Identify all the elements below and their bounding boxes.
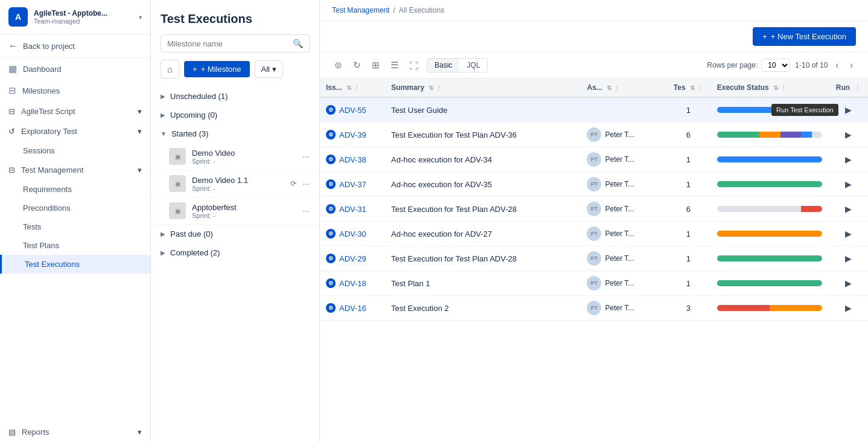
sprint-more-icon[interactable]: ··· bbox=[302, 179, 310, 188]
issue-link[interactable]: ⚙ ADV-39 bbox=[326, 130, 379, 139]
section-unscheduled[interactable]: ▶ Unscheduled (1) bbox=[151, 87, 319, 106]
summary-cell: Ad-hoc execution for ADV-27 bbox=[385, 222, 581, 246]
issue-icon: ⚙ bbox=[326, 278, 336, 288]
tests-cell: 6 bbox=[666, 123, 711, 147]
started-arrow-icon: ▼ bbox=[161, 130, 167, 137]
sprint-more-icon[interactable]: ··· bbox=[302, 152, 310, 161]
run-test-execution-button[interactable]: ▶ bbox=[840, 226, 857, 241]
view-mode-toggle: Basic JQL bbox=[427, 58, 488, 72]
project-chevron-icon: ▾ bbox=[139, 14, 142, 21]
back-to-project-btn[interactable]: ← Back to project bbox=[0, 34, 150, 58]
sprint-item-demo-video-1-1[interactable]: ▣ Demo Video 1.1 Sprint: - ⟳ ··· bbox=[151, 170, 319, 197]
next-page-button[interactable]: › bbox=[847, 59, 856, 72]
sidebar-item-agiletest-script[interactable]: ⊟ AgileTest Script ▾ bbox=[0, 101, 150, 121]
table-row: ⚙ ADV-37 Ad-hoc execution for ADV-35 PT … bbox=[320, 172, 868, 197]
table-header-row: Iss... ⇅ ⋮ Summary ⇅ ⋮ A bbox=[320, 78, 868, 97]
col-menu-icon[interactable]: ⋮ bbox=[780, 85, 787, 91]
run-cell: ▶ bbox=[828, 246, 868, 271]
section-started[interactable]: ▼ Started (3) bbox=[151, 124, 319, 143]
all-chevron-icon: ▾ bbox=[272, 65, 276, 74]
run-test-execution-button[interactable]: ▶ bbox=[840, 301, 857, 315]
rows-per-page-select[interactable]: 10 25 50 bbox=[761, 59, 790, 72]
col-controls-status: ⇅ ⋮ bbox=[773, 85, 787, 91]
issue-link[interactable]: ⚙ ADV-29 bbox=[326, 254, 379, 263]
sidebar-item-tests[interactable]: Tests bbox=[0, 217, 150, 236]
all-filter-button[interactable]: All ▾ bbox=[255, 60, 283, 78]
sidebar-item-preconditions[interactable]: Preconditions bbox=[0, 199, 150, 217]
sidebar-item-label: Dashboard bbox=[23, 65, 62, 74]
sidebar-item-test-executions[interactable]: Test Executions bbox=[0, 255, 150, 274]
sync-icon: ⟳ bbox=[290, 179, 296, 188]
run-test-execution-button[interactable]: ▶ bbox=[840, 103, 857, 117]
run-test-execution-button[interactable]: ▶ bbox=[840, 276, 857, 290]
sprint-item-apptoberfest[interactable]: ▣ Apptoberfest Sprint: - ··· bbox=[151, 197, 319, 225]
sidebar-item-sessions[interactable]: Sessions bbox=[0, 141, 150, 160]
col-menu-icon[interactable]: ⋮ bbox=[436, 85, 442, 91]
sidebar-item-requirements[interactable]: Requirements bbox=[0, 180, 150, 199]
assignee-cell: PT Peter T... bbox=[581, 147, 666, 172]
sidebar-item-dashboard[interactable]: ▦ Dashboard bbox=[0, 58, 150, 80]
table-icon-group: ⊜ ↻ ⊞ ☰ ⛶ Basic JQL bbox=[332, 57, 488, 73]
filter-icon[interactable]: ⊜ bbox=[332, 57, 345, 73]
milestone-search-input[interactable] bbox=[167, 39, 288, 48]
table-row: ⚙ ADV-18 Test Plan 1 PT Peter T... 1▶ bbox=[320, 271, 868, 296]
sidebar-item-test-management[interactable]: ⊟ Test Management ▾ bbox=[0, 160, 150, 180]
add-milestone-button[interactable]: + + Milestone bbox=[184, 61, 249, 77]
run-test-execution-button[interactable]: ▶ bbox=[840, 202, 857, 216]
sprint-item-demo-video[interactable]: ▣ Demo Video Sprint: - ··· bbox=[151, 143, 319, 170]
progress-segment bbox=[717, 206, 802, 212]
run-test-execution-button[interactable]: ▶ bbox=[840, 127, 857, 142]
run-test-execution-button[interactable]: ▶ bbox=[840, 177, 857, 191]
col-menu-icon[interactable]: ⋮ bbox=[697, 85, 703, 91]
section-upcoming[interactable]: ▶ Upcoming (0) bbox=[151, 106, 319, 124]
col-sort-icon[interactable]: ⇅ bbox=[607, 85, 611, 91]
summary-cell: Test Execution for Test Plan ADV-28 bbox=[385, 246, 581, 271]
run-test-execution-button[interactable]: ▶ bbox=[840, 152, 857, 167]
view-jql-button[interactable]: JQL bbox=[459, 59, 487, 72]
col-menu-icon[interactable]: ⋮ bbox=[354, 85, 360, 91]
prev-page-button[interactable]: ‹ bbox=[832, 59, 841, 72]
issue-icon: ⚙ bbox=[326, 179, 336, 189]
issue-link[interactable]: ⚙ ADV-30 bbox=[326, 229, 379, 239]
panel-title: Test Executions bbox=[151, 0, 319, 34]
grid-view-icon[interactable]: ⊞ bbox=[369, 57, 382, 73]
sidebar-item-exploratory-test[interactable]: ↺ Exploratory Test ▾ bbox=[0, 121, 150, 141]
issue-link[interactable]: ⚙ ADV-18 bbox=[326, 278, 379, 288]
sprint-name: Apptoberfest bbox=[192, 203, 296, 212]
issue-link[interactable]: ⚙ ADV-37 bbox=[326, 179, 379, 189]
issue-link[interactable]: ⚙ ADV-31 bbox=[326, 204, 379, 214]
col-menu-icon[interactable]: ⋮ bbox=[614, 85, 620, 91]
sidebar-item-milestones[interactable]: ⊟ Milestones bbox=[0, 80, 150, 101]
table-row: ⚙ ADV-29 Test Execution for Test Plan AD… bbox=[320, 246, 868, 271]
summary-cell: Test Execution for Test Plan ADV-36 bbox=[385, 123, 581, 147]
section-completed[interactable]: ▶ Completed (2) bbox=[151, 243, 319, 262]
section-past-due[interactable]: ▶ Past due (0) bbox=[151, 225, 319, 243]
sidebar-item-reports[interactable]: ▤ Reports ▾ bbox=[0, 422, 150, 442]
status-cell bbox=[711, 246, 829, 271]
col-sort-icon[interactable]: ⇅ bbox=[773, 85, 778, 91]
table-wrapper: Iss... ⇅ ⋮ Summary ⇅ ⋮ A bbox=[320, 78, 868, 442]
issue-id: ADV-55 bbox=[339, 106, 366, 115]
issue-link[interactable]: ⚙ ADV-16 bbox=[326, 303, 379, 313]
issue-icon: ⚙ bbox=[326, 254, 336, 263]
run-test-execution-button[interactable]: ▶ bbox=[840, 251, 857, 266]
sidebar-item-test-plans[interactable]: Test Plans bbox=[0, 236, 150, 255]
project-header[interactable]: A AgileTest - Apptobe... Team-managed ▾ bbox=[0, 0, 150, 34]
expand-icon[interactable]: ⛶ bbox=[407, 58, 421, 73]
col-sort-icon[interactable]: ⇅ bbox=[429, 85, 433, 91]
tests-cell: 1 bbox=[666, 147, 711, 172]
issue-link[interactable]: ⚙ ADV-55 bbox=[326, 105, 379, 115]
issue-link[interactable]: ⚙ ADV-38 bbox=[326, 155, 379, 164]
breadcrumb-test-management[interactable]: Test Management bbox=[332, 6, 389, 14]
tests-cell: 3 bbox=[666, 296, 711, 321]
sprint-more-icon[interactable]: ··· bbox=[302, 206, 310, 216]
list-view-icon[interactable]: ☰ bbox=[388, 57, 401, 73]
new-test-execution-button[interactable]: + + New Test Execution bbox=[753, 27, 856, 46]
col-sort-icon[interactable]: ⇅ bbox=[690, 85, 695, 91]
refresh-icon[interactable]: ↻ bbox=[351, 57, 363, 73]
col-sort-icon[interactable]: ⇅ bbox=[346, 85, 351, 91]
col-menu-icon[interactable]: ⋮ bbox=[855, 85, 861, 91]
tests-cell: 1 bbox=[666, 222, 711, 246]
view-basic-button[interactable]: Basic bbox=[427, 59, 459, 72]
home-button[interactable]: ⌂ bbox=[161, 60, 179, 78]
